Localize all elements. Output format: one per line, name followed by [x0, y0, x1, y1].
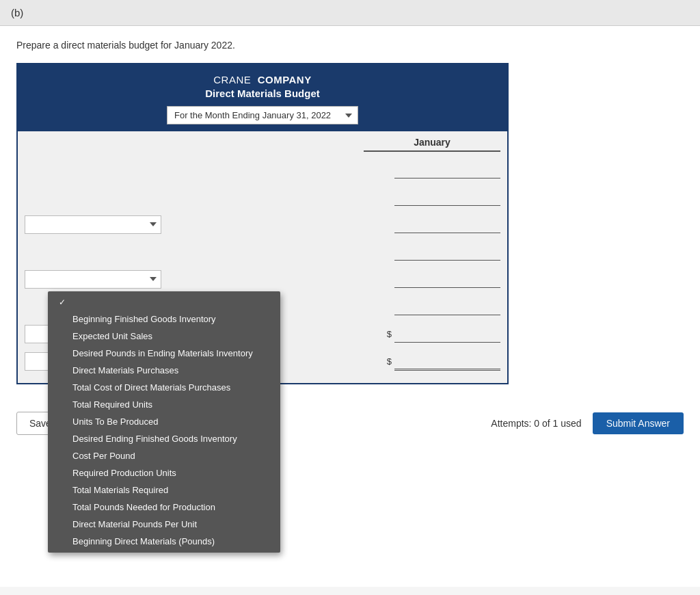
row5-input[interactable]	[394, 270, 500, 288]
part-label: (b)	[0, 0, 700, 26]
row5-select[interactable]: Beginning Finished Goods Inventory Expec…	[25, 270, 161, 289]
row8-input[interactable]	[394, 352, 500, 371]
dropdown-item-beginning-direct-materials[interactable]: Beginning Direct Materials (Pounds)	[48, 533, 280, 550]
row4-input[interactable]	[394, 243, 500, 261]
table-row	[25, 239, 500, 264]
budget-title: Direct Materials Budget	[25, 88, 500, 99]
row2-input[interactable]	[394, 188, 500, 206]
dollar-sign: $	[387, 329, 392, 339]
dropdown-item-beginning-finished[interactable]: Beginning Finished Goods Inventory	[48, 310, 280, 328]
dropdown-item-total-pounds[interactable]: Total Pounds Needed for Production	[48, 499, 280, 516]
dropdown-item-desired-ending-finished[interactable]: Desired Ending Finished Goods Inventory	[48, 430, 280, 447]
budget-table: CRANE COMPANY Direct Materials Budget Fo…	[16, 63, 509, 384]
dropdown-item-direct-material-pounds[interactable]: Direct Material Pounds Per Unit	[48, 516, 280, 533]
period-select[interactable]: For the Month Ending January 31, 2022 Fo…	[167, 106, 358, 124]
dropdown-item-total-cost[interactable]: Total Cost of Direct Materials Purchases	[48, 379, 280, 396]
row3-input[interactable]	[394, 215, 500, 233]
budget-rows: Beginning Finished Goods Inventory Expec…	[18, 155, 507, 383]
col-header-january: January	[364, 137, 500, 152]
dropdown-item-total-required-units[interactable]: Total Required Units	[48, 396, 280, 413]
table-row: Beginning Finished Goods Inventory Expec…	[25, 212, 500, 237]
dropdown-item-total-materials[interactable]: Total Materials Required	[48, 481, 280, 499]
attempts-text: Attempts: 0 of 1 used	[491, 418, 581, 429]
col-header-row: January	[18, 131, 507, 155]
row3-select[interactable]: Beginning Finished Goods Inventory Expec…	[25, 215, 161, 234]
dropdown-item-units-to-be-produced[interactable]: Units To Be Produced	[48, 413, 280, 430]
row7-input[interactable]	[394, 325, 500, 343]
row-label-dropdown[interactable]: Beginning Finished Goods Inventory Expec…	[48, 291, 280, 553]
table-row	[25, 185, 500, 209]
row1-input[interactable]	[394, 161, 500, 178]
company-name: CRANE COMPANY	[25, 74, 500, 85]
instruction: Prepare a direct materials budget for Ja…	[16, 40, 684, 51]
dropdown-item-expected-unit-sales[interactable]: Expected Unit Sales	[48, 328, 280, 345]
dropdown-item-direct-materials-purchases[interactable]: Direct Materials Purchases	[48, 362, 280, 379]
period-select-wrap: For the Month Ending January 31, 2022 Fo…	[25, 106, 500, 124]
row6-input[interactable]	[394, 298, 500, 315]
budget-body: January	[18, 131, 507, 383]
dollar-sign: $	[387, 356, 392, 367]
page-content: Prepare a direct materials budget for Ja…	[0, 26, 700, 587]
submit-answer-button[interactable]: Submit Answer	[593, 412, 684, 434]
dropdown-item-blank[interactable]	[48, 294, 280, 310]
table-row: Beginning Finished Goods Inventory Expec…	[25, 267, 500, 291]
dropdown-item-required-production[interactable]: Required Production Units	[48, 464, 280, 481]
dropdown-item-desired-pounds[interactable]: Desired Pounds in Ending Materials Inven…	[48, 345, 280, 362]
budget-header: CRANE COMPANY Direct Materials Budget Fo…	[18, 64, 507, 131]
dropdown-item-cost-per-pound[interactable]: Cost Per Pound	[48, 447, 280, 464]
table-row	[25, 157, 500, 182]
